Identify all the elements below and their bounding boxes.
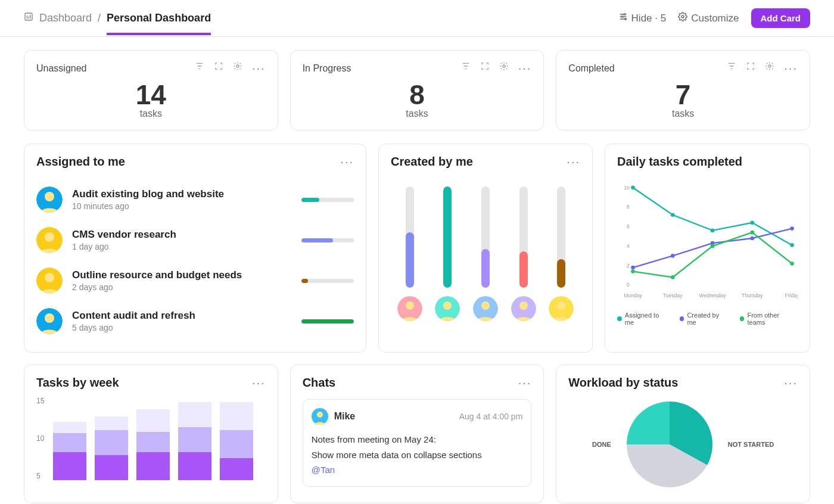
- breadcrumb-root[interactable]: Dashboard: [39, 12, 92, 24]
- customize-label: Customize: [691, 13, 739, 24]
- svg-point-48: [671, 275, 675, 279]
- stat-unit: tasks: [303, 108, 532, 119]
- avatar-row: [391, 296, 580, 323]
- card-title: Assigned to me: [36, 155, 125, 169]
- svg-point-4: [681, 15, 684, 18]
- hide-label: Hide · 5: [631, 13, 667, 24]
- svg-point-13: [45, 273, 54, 282]
- svg-point-46: [790, 226, 794, 231]
- pie-label-done: DONE: [592, 441, 611, 448]
- stat-card-completed[interactable]: Completed ··· 7 tasks: [556, 50, 810, 130]
- svg-text:Tuesday: Tuesday: [663, 293, 683, 298]
- task-time: 5 days ago: [72, 323, 292, 332]
- line-chart: 0246810MondayTuesdayWednesdayThursdayFri…: [617, 169, 798, 306]
- expand-icon[interactable]: [214, 61, 223, 75]
- more-icon[interactable]: ···: [518, 376, 532, 390]
- bar: [557, 186, 565, 288]
- svg-point-40: [750, 220, 754, 225]
- card-title: Workload by status: [568, 376, 678, 390]
- progress-bar: [301, 279, 354, 283]
- svg-point-38: [671, 213, 675, 217]
- stat-value: 7: [568, 79, 798, 111]
- breadcrumb-current[interactable]: Personal Dashboard: [107, 12, 211, 35]
- progress-bar: [301, 238, 354, 242]
- pie-chart: [622, 397, 717, 492]
- svg-text:0: 0: [627, 282, 630, 288]
- task-name: Content audit and refresh: [72, 310, 292, 322]
- svg-text:Wednesday: Wednesday: [699, 293, 727, 298]
- chart-legend: Assigned to meCreated by meFrom other te…: [617, 312, 798, 326]
- customize-button[interactable]: Customize: [678, 12, 739, 24]
- filter-icon[interactable]: [461, 61, 471, 75]
- gear-icon[interactable]: [233, 61, 242, 75]
- svg-text:Monday: Monday: [624, 293, 642, 298]
- legend-item: Created by me: [680, 312, 729, 326]
- card-title: Chats: [303, 376, 336, 390]
- task-item[interactable]: Audit existing blog and website 10 minut…: [36, 179, 354, 220]
- more-icon[interactable]: ···: [518, 61, 532, 75]
- dashboard-icon: [24, 12, 33, 24]
- stat-title: Completed: [568, 63, 614, 74]
- chats-card: Chats ··· Mike Aug 4 at 4:00 pm Notes fr…: [290, 365, 544, 503]
- chat-mention[interactable]: @Tan: [312, 462, 523, 478]
- progress-bar: [301, 319, 354, 323]
- more-icon[interactable]: ···: [252, 61, 266, 75]
- chat-timestamp: Aug 4 at 4:00 pm: [459, 412, 523, 421]
- svg-point-45: [750, 237, 754, 241]
- filter-icon[interactable]: [195, 61, 204, 75]
- card-title: Tasks by week: [36, 376, 119, 390]
- more-icon[interactable]: ···: [567, 155, 580, 169]
- svg-point-47: [631, 269, 635, 273]
- hide-button[interactable]: Hide · 5: [618, 12, 667, 24]
- task-item[interactable]: Content audit and refresh 5 days ago: [36, 301, 354, 341]
- more-icon[interactable]: ···: [784, 61, 798, 75]
- task-name: Audit existing blog and website: [72, 188, 292, 200]
- avatar[interactable]: [473, 296, 498, 321]
- svg-point-19: [443, 301, 452, 310]
- task-item[interactable]: CMS vendor research 1 day ago: [36, 220, 354, 260]
- svg-point-51: [790, 262, 794, 266]
- daily-chart-card: Daily tasks completed 0246810MondayTuesd…: [605, 144, 810, 353]
- bar: [519, 186, 528, 288]
- avatar[interactable]: [435, 296, 460, 321]
- expand-icon[interactable]: [746, 61, 755, 75]
- stacked-bar: [53, 422, 86, 480]
- gear-icon[interactable]: [499, 61, 509, 75]
- svg-point-5: [236, 65, 239, 67]
- task-item[interactable]: Outline resource and budget needs 2 days…: [36, 260, 354, 301]
- task-list: Audit existing blog and website 10 minut…: [36, 179, 354, 341]
- avatar: [36, 308, 63, 334]
- svg-point-23: [519, 301, 528, 310]
- more-icon[interactable]: ···: [252, 376, 266, 390]
- stat-card-unassigned[interactable]: Unassigned ··· 14 tasks: [24, 50, 278, 130]
- more-icon[interactable]: ···: [784, 376, 798, 390]
- gear-icon[interactable]: [765, 61, 774, 75]
- breadcrumb: Dashboard / Personal Dashboard: [24, 12, 211, 24]
- svg-point-53: [317, 412, 323, 418]
- svg-point-42: [631, 266, 635, 270]
- avatar[interactable]: [397, 296, 422, 321]
- chat-message[interactable]: Mike Aug 4 at 4:00 pm Notes from meeting…: [303, 399, 532, 487]
- avatar[interactable]: [511, 296, 536, 321]
- more-icon[interactable]: ···: [340, 155, 354, 169]
- task-time: 10 minutes ago: [72, 201, 292, 211]
- stat-card-in-progress[interactable]: In Progress ··· 8 tasks: [290, 50, 544, 130]
- chat-line: Show more meta data on collapse sections: [312, 447, 523, 463]
- svg-point-37: [631, 186, 635, 190]
- gear-icon: [678, 12, 687, 24]
- svg-text:Friday: Friday: [785, 293, 798, 298]
- svg-point-9: [45, 192, 54, 201]
- avatar: [36, 186, 63, 213]
- avatar[interactable]: [549, 296, 574, 321]
- svg-point-39: [711, 229, 715, 233]
- svg-point-15: [45, 313, 54, 323]
- stacked-bar-chart: [36, 397, 266, 480]
- expand-icon[interactable]: [480, 61, 490, 75]
- stat-unit: tasks: [36, 108, 266, 119]
- workload-card: Workload by status ··· DONE NOT STARTED: [556, 365, 810, 503]
- filter-icon[interactable]: [727, 61, 736, 75]
- add-card-button[interactable]: Add Card: [751, 8, 811, 28]
- assigned-card: Assigned to me ··· Audit existing blog a…: [24, 144, 366, 353]
- tasks-by-week-card: Tasks by week ··· 15105: [24, 365, 278, 503]
- svg-point-49: [711, 244, 715, 248]
